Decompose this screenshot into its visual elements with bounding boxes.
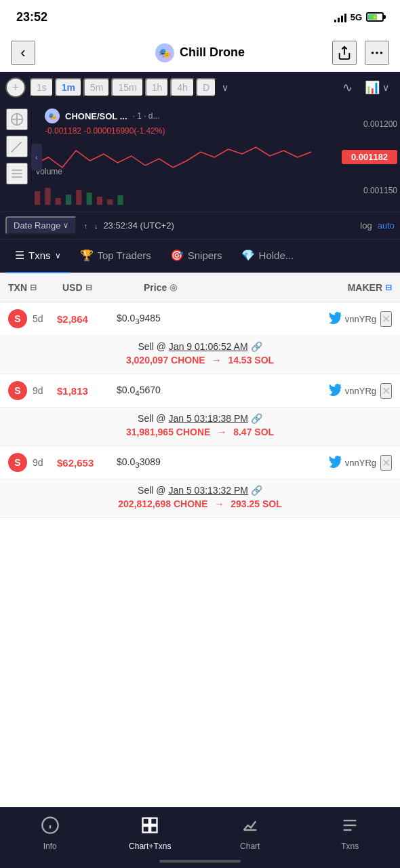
txn-maker-1[interactable]: vnnYRg xyxy=(327,311,376,326)
chart-txns-nav-icon xyxy=(140,816,159,839)
table-header: TXN ⊟ USD ⊟ Price ◎ MAKER ⊟ xyxy=(0,273,400,302)
col-maker-label: MAKER xyxy=(348,282,382,293)
maker-filter-icon: ⊟ xyxy=(385,283,392,292)
nav-chart[interactable]: Chart xyxy=(200,813,300,854)
auto-button[interactable]: auto xyxy=(378,220,395,231)
svg-line-8 xyxy=(15,142,22,149)
svg-rect-16 xyxy=(76,190,81,205)
svg-rect-20 xyxy=(117,195,123,205)
date-range-chevron-icon: ∨ xyxy=(63,221,68,230)
txn-from-amount-1: 3,020,097 CHONE xyxy=(126,355,205,366)
indicator-tool[interactable] xyxy=(6,163,28,184)
txn-to-amount-2: 8.47 SOL xyxy=(233,427,274,437)
header-left: ‹ xyxy=(11,41,35,65)
txn-row-main-3: S 9d $62,653 $0.033089 vnnYRg ✕ xyxy=(0,446,400,479)
txns-list-icon xyxy=(340,816,359,835)
txn-arrow-2: → xyxy=(217,427,226,437)
maker-avatar-1 xyxy=(327,311,342,326)
svg-rect-13 xyxy=(45,188,50,205)
share-button[interactable] xyxy=(332,41,357,65)
txn-detail-3: Sell @ Jan 5 03:13:32 PM 🔗 202,812,698 C… xyxy=(0,479,400,518)
svg-rect-25 xyxy=(151,818,157,825)
more-button[interactable] xyxy=(365,41,389,65)
tf-15m[interactable]: 15m xyxy=(111,78,143,97)
draw-icon xyxy=(10,140,24,153)
maker-name-1: vnnYRg xyxy=(345,314,376,324)
txn-row-main-2: S 9d $1,813 $0.045670 vnnYRg ✕ xyxy=(0,374,400,408)
txn-maker-3[interactable]: vnnYRg xyxy=(327,455,376,470)
chart-price-panel: 0.001200 0.001182 0.001150 xyxy=(339,103,400,212)
info-circle-icon xyxy=(41,816,60,835)
info-nav-icon xyxy=(41,816,60,839)
tf-1m[interactable]: 1m xyxy=(55,78,82,97)
network-label: 5G xyxy=(351,12,362,22)
svg-rect-17 xyxy=(87,193,92,205)
maker-twitter-icon-2 xyxy=(328,384,342,397)
txn-date-3[interactable]: Jan 5 03:13:32 PM xyxy=(168,485,248,496)
txn-close-1[interactable]: ✕ xyxy=(380,311,392,327)
svg-line-7 xyxy=(12,149,15,152)
price-coin-icon: ◎ xyxy=(169,282,177,292)
txn-close-2[interactable]: ✕ xyxy=(380,383,392,399)
date-range-label: Date Range xyxy=(14,220,60,231)
txn-detail-action-2: Sell @ Jan 5 03:18:38 PM 🔗 xyxy=(8,413,392,424)
txn-from-amount-2: 31,981,965 CHONE xyxy=(126,427,211,437)
draw-tool[interactable] xyxy=(6,136,28,157)
line-chart-nav-icon xyxy=(241,816,260,835)
svg-rect-19 xyxy=(107,199,113,205)
txn-date-1[interactable]: Jan 9 01:06:52 AM xyxy=(169,341,248,352)
chart-left-toolbar xyxy=(0,103,34,212)
txn-action-1: Sell xyxy=(138,341,153,352)
txns-dropdown-icon: ∨ xyxy=(55,251,61,260)
datetime-arrow-down-icon: ↓ xyxy=(94,222,98,230)
back-button[interactable]: ‹ xyxy=(11,41,35,65)
col-header-txn[interactable]: TXN ⊟ xyxy=(8,282,62,293)
nav-txns[interactable]: Txns xyxy=(300,813,401,854)
txn-age-1: 5d xyxy=(33,313,57,324)
candle-chart-icon: 📊 xyxy=(365,80,380,95)
tf-5m[interactable]: 5m xyxy=(83,78,110,97)
svg-rect-14 xyxy=(56,198,61,205)
tf-1s[interactable]: 1s xyxy=(30,78,54,97)
bottom-nav: Info Chart+Txns Chart xyxy=(0,807,400,868)
txn-close-3[interactable]: ✕ xyxy=(380,455,392,471)
maker-name-3: vnnYRg xyxy=(345,458,376,468)
log-button[interactable]: log xyxy=(360,220,372,231)
nav-info[interactable]: Info xyxy=(0,813,100,854)
tab-top-traders[interactable]: 🏆 Top Traders xyxy=(71,239,161,273)
chart-collapse-button[interactable]: ‹ xyxy=(31,144,42,171)
more-dots-icon xyxy=(369,45,384,60)
txn-maker-2[interactable]: vnnYRg xyxy=(327,383,376,398)
header: ‹ 🎭 Chill Drone xyxy=(0,34,400,72)
txn-type-sell-badge-2: S xyxy=(8,381,27,400)
nav-chart-label: Chart xyxy=(240,842,260,851)
chart-type-line[interactable]: ∿ xyxy=(337,77,358,98)
tf-d[interactable]: D xyxy=(196,78,216,97)
nav-chart-txns-label: Chart+Txns xyxy=(129,842,171,851)
tf-1h[interactable]: 1h xyxy=(145,78,169,97)
txn-detail-amounts-3: 202,812,698 CHONE → 293.25 SOL xyxy=(8,498,392,509)
txn-to-amount-3: 293.25 SOL xyxy=(231,498,282,509)
col-header-price[interactable]: Price ◎ xyxy=(144,282,317,293)
crosshair-tool[interactable] xyxy=(6,108,28,130)
timeframe-dropdown[interactable]: ∨ xyxy=(218,79,233,96)
tab-txns[interactable]: ☰ Txns ∨ xyxy=(5,239,71,273)
tab-snipers[interactable]: 🎯 Snipers xyxy=(161,239,232,273)
txn-date-2[interactable]: Jan 5 03:18:38 PM xyxy=(168,413,248,424)
tab-holders[interactable]: 💎 Holde... xyxy=(232,239,304,273)
snipers-tab-icon: 🎯 xyxy=(170,249,184,262)
chart-type-candle[interactable]: 📊 ∨ xyxy=(359,77,395,98)
col-usd-label: USD xyxy=(62,282,83,293)
status-time: 23:52 xyxy=(16,10,47,24)
transaction-row-3: S 9d $62,653 $0.033089 vnnYRg ✕ Sell @ J… xyxy=(0,446,400,518)
col-header-maker[interactable]: MAKER ⊟ xyxy=(317,282,392,293)
col-header-usd[interactable]: USD ⊟ xyxy=(62,282,144,293)
add-timeframe-button[interactable]: + xyxy=(5,77,26,98)
txn-price-1: $0.039485 xyxy=(117,313,327,326)
txn-age-3: 9d xyxy=(33,457,57,468)
nav-chart-txns[interactable]: Chart+Txns xyxy=(100,813,201,854)
date-range-button[interactable]: Date Range ∨ xyxy=(5,216,77,235)
chart-price-low: 0.001150 xyxy=(342,186,397,195)
tf-4h[interactable]: 4h xyxy=(170,78,195,97)
datetime-arrow-up-icon: ↑ xyxy=(83,222,87,230)
